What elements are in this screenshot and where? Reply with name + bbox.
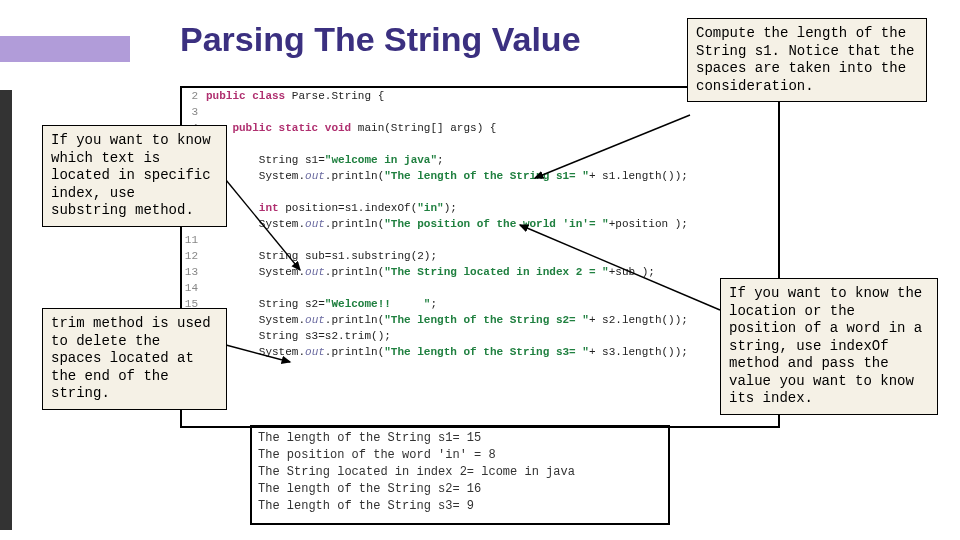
callout-indexof: If you want to know the location or the … [720, 278, 938, 415]
code-line: String s3=s2.trim(); [182, 328, 778, 344]
output-line: The String located in index 2= lcome in … [258, 464, 575, 481]
page-title: Parsing The String Value [180, 20, 581, 59]
callout-trim: trim method is used to delete the spaces… [42, 308, 227, 410]
code-line: 7 System.out.println("The length of the … [182, 168, 778, 184]
code-line: 6 String s1="welcome in java"; [182, 152, 778, 168]
code-line: 5 [182, 136, 778, 152]
output-line: The position of the word 'in' = 8 [258, 447, 575, 464]
code-line: 14 [182, 280, 778, 296]
output-line: The length of the String s1= 15 [258, 430, 575, 447]
code-line: 9 int position=s1.indexOf("in"); [182, 200, 778, 216]
code-line: 10 System.out.println("The position of t… [182, 216, 778, 232]
code-line: System.out.println("The length of the St… [182, 344, 778, 360]
output-pane: The length of the String s1= 15The posit… [258, 430, 575, 515]
side-stripe [0, 90, 12, 530]
accent-bar [0, 36, 130, 62]
code-line: 13 System.out.println("The String locate… [182, 264, 778, 280]
output-line: The length of the String s3= 9 [258, 498, 575, 515]
code-line: 4 public static void main(String[] args)… [182, 120, 778, 136]
callout-substring: If you want to know which text is locate… [42, 125, 227, 227]
code-line: } [182, 360, 778, 376]
code-line: 11 [182, 232, 778, 248]
code-line: 8 [182, 184, 778, 200]
code-line: 3 [182, 104, 778, 120]
code-line: 15 String s2="Welcome!! "; [182, 296, 778, 312]
output-line: The length of the String s2= 16 [258, 481, 575, 498]
code-pane: 2public class Parse.String {34 public st… [182, 88, 778, 376]
code-line: 16 System.out.println("The length of the… [182, 312, 778, 328]
callout-length: Compute the length of the String s1. Not… [687, 18, 927, 102]
code-line: 12 String sub=s1.substring(2); [182, 248, 778, 264]
